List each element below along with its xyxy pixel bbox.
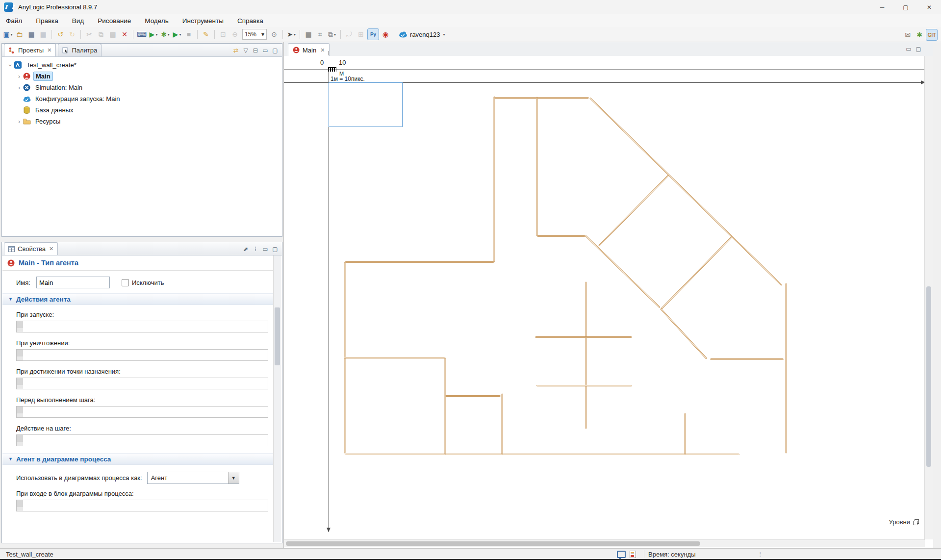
wall-segment[interactable] [660,308,707,359]
wall-segment[interactable] [344,357,445,358]
save-button[interactable]: ▦ [26,29,37,40]
tab-projects[interactable]: Проекты ✕ [4,44,56,56]
help-lifebuoy-button[interactable]: ◉ [380,29,391,40]
menu-item-7[interactable]: Справка [237,16,270,26]
wall-segment[interactable] [661,236,733,309]
menu-item-2[interactable]: Правка [36,16,65,26]
wall-segment[interactable] [535,336,632,338]
tree-item-simulation-main[interactable]: ›Simulation: Main [4,82,280,93]
editor-canvas[interactable]: Main ✕ ▭ ▢ 0 10 М 1м = 10пикс. Уровни [283,42,933,548]
cut-button[interactable]: ✂ [84,29,95,40]
report-bug-button[interactable]: ✱ [914,29,925,40]
tab-main-editor[interactable]: Main ✕ [288,43,330,56]
code-editor-area[interactable] [16,349,268,361]
cloud-user-button[interactable]: ravenq123▾ [399,31,445,38]
menu-item-5[interactable]: Модель [145,16,175,26]
error-log-icon[interactable] [630,551,636,558]
redo-button[interactable]: ↻ [67,29,77,40]
chevron-expanded-icon[interactable]: › [7,62,14,69]
wall-segment[interactable] [585,235,661,308]
wall-segment[interactable] [786,283,787,454]
zoom-reset-button[interactable]: ⊙ [269,29,280,40]
view-menu-icon[interactable]: ⁞ [251,245,260,253]
wall-segment[interactable] [344,262,346,454]
console-icon[interactable] [617,551,626,558]
profile-run-button[interactable]: ▶▾ [172,29,182,40]
transform-button[interactable]: ⊞ [356,29,366,40]
wall-segment[interactable] [445,395,501,397]
zoom-level-combo[interactable]: 15%▾ [242,29,267,40]
wall-segment[interactable] [685,413,686,455]
code-editor-area[interactable] [16,500,268,511]
mail-button[interactable]: ✉ [902,29,913,40]
wall-segment[interactable] [536,97,538,236]
scrollbar-thumb[interactable] [275,307,280,365]
scrollbar-thumb[interactable] [926,286,931,467]
minimize-editor-icon[interactable]: ▭ [904,46,914,52]
minimize-window-button[interactable]: ─ [870,0,894,14]
properties-scrollbar[interactable] [273,255,281,542]
copy-button[interactable]: ⧉ [96,29,106,40]
maximize-panel-icon[interactable]: ▢ [270,46,280,54]
tab-palette[interactable]: Палитра [58,44,102,56]
levels-badge[interactable]: Уровни [889,518,918,526]
wall-segment[interactable] [345,454,739,455]
minimize-panel-icon[interactable]: ▭ [260,46,270,54]
close-icon[interactable]: ✕ [49,246,53,252]
maximize-editor-icon[interactable]: ▢ [914,46,923,52]
menu-item-3[interactable]: Вид [72,16,91,26]
close-icon[interactable]: ✕ [47,47,51,53]
wall-segment[interactable] [585,282,587,429]
chevron-collapsed-icon[interactable]: › [16,73,23,80]
stop-button[interactable]: ■ [183,29,194,40]
maximize-window-button[interactable]: ▢ [894,0,917,14]
wall-segment[interactable] [598,175,669,246]
exclude-checkbox[interactable] [122,279,129,286]
tree-item-ресурсы[interactable]: ›Ресурсы [4,116,280,127]
code-editor-area[interactable] [16,378,268,389]
wall-segment[interactable] [494,97,495,262]
rotate-button[interactable]: ⤾ [344,29,355,40]
show-in-icon[interactable]: ⬈ [241,245,251,253]
zoom-select-button[interactable]: ⊡ [218,29,229,40]
snap-grid-button[interactable]: ⌗ [315,29,326,40]
wall-segment[interactable] [345,261,494,263]
use-in-flowcharts-select[interactable]: Агент▼ [147,472,239,484]
debug-button[interactable]: ✱▾ [160,29,171,40]
run-button[interactable]: ▶▾ [148,29,159,40]
build-button[interactable]: ⌨ [136,29,147,40]
pan-tool-button[interactable]: ➤▾ [286,29,297,40]
code-editor-area[interactable] [16,434,268,446]
menu-item-1[interactable]: Файл [6,16,29,26]
canvas-horizontal-scrollbar[interactable] [284,539,925,547]
paste-button[interactable]: ▤ [107,29,118,40]
tab-properties[interactable]: Свойства ✕ [4,242,58,255]
zoom-out-button[interactable]: ⊖ [229,29,240,40]
code-editor-area[interactable] [16,321,268,332]
link-editor-icon[interactable]: ⇄ [231,46,241,54]
menu-item-6[interactable]: Инструменты [182,16,230,26]
wall-segment[interactable] [445,358,446,455]
grid-toggle-button[interactable]: ▦ [303,29,314,40]
canvas-vertical-scrollbar[interactable] [924,56,933,539]
delete-button[interactable]: ✕ [119,29,130,40]
section-header-2[interactable]: ▼Агент в диаграмме процесса [2,453,274,465]
wall-segment[interactable] [537,235,585,237]
menu-item-4[interactable]: Рисование [98,16,138,26]
open-model-button[interactable]: 🗀 [14,29,25,40]
save-all-button[interactable]: ▦ [38,29,49,40]
scrollbar-thumb[interactable] [286,541,700,546]
marker-button[interactable]: ✎ [201,29,211,40]
tree-item-test-wall-create-[interactable]: ›Test_wall_create* [4,59,280,71]
python-button[interactable]: Py [367,28,379,40]
section-header-1[interactable]: ▼Действия агента [2,293,274,305]
wall-segment[interactable] [536,385,632,386]
tree-item-база-данных[interactable]: База данных [4,104,280,116]
undo-button[interactable]: ↺ [55,29,66,40]
code-editor-area[interactable] [16,406,268,418]
wall-segment[interactable] [589,97,782,285]
filter-icon[interactable]: ▽ [241,46,251,54]
presentation-frame[interactable] [329,82,403,127]
tree-item-main[interactable]: ›Main [4,71,280,82]
collapse-all-icon[interactable]: ⊟ [251,46,260,54]
